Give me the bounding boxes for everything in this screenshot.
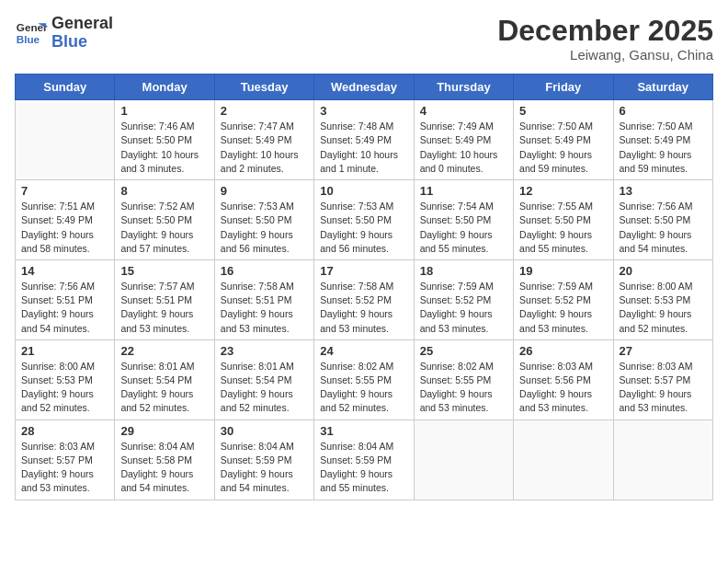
weekday-header-saturday: Saturday	[613, 75, 712, 100]
svg-text:General: General	[17, 21, 48, 33]
day-number: 11	[420, 184, 507, 198]
day-number: 4	[420, 104, 507, 118]
calendar-cell: 15Sunrise: 7:57 AM Sunset: 5:51 PM Dayli…	[115, 259, 214, 339]
day-number: 31	[320, 424, 407, 438]
day-number: 15	[120, 264, 208, 278]
calendar-cell: 10Sunrise: 7:53 AM Sunset: 5:50 PM Dayli…	[314, 180, 414, 260]
calendar-cell: 19Sunrise: 7:59 AM Sunset: 5:52 PM Dayli…	[514, 259, 613, 339]
calendar-cell: 1Sunrise: 7:46 AM Sunset: 5:50 PM Daylig…	[115, 100, 214, 180]
day-number: 5	[519, 104, 607, 118]
logo-text: General Blue	[51, 15, 113, 52]
calendar-cell: 26Sunrise: 8:03 AM Sunset: 5:56 PM Dayli…	[514, 339, 613, 419]
day-info: Sunrise: 7:56 AM Sunset: 5:50 PM Dayligh…	[620, 200, 707, 256]
day-number: 10	[320, 184, 407, 198]
calendar-cell: 17Sunrise: 7:58 AM Sunset: 5:52 PM Dayli…	[314, 259, 414, 339]
calendar-cell: 7Sunrise: 7:51 AM Sunset: 5:49 PM Daylig…	[16, 180, 115, 260]
calendar-cell	[414, 419, 513, 500]
day-number: 30	[221, 424, 308, 438]
day-info: Sunrise: 8:01 AM Sunset: 5:54 PM Dayligh…	[221, 360, 308, 416]
calendar-cell: 12Sunrise: 7:55 AM Sunset: 5:50 PM Dayli…	[514, 180, 613, 260]
calendar-cell	[613, 419, 712, 500]
day-info: Sunrise: 7:53 AM Sunset: 5:50 PM Dayligh…	[221, 200, 308, 256]
day-info: Sunrise: 7:51 AM Sunset: 5:49 PM Dayligh…	[21, 200, 108, 256]
logo-line2: Blue	[51, 33, 113, 52]
calendar-week-row: 28Sunrise: 8:03 AM Sunset: 5:57 PM Dayli…	[16, 419, 713, 500]
calendar-cell: 4Sunrise: 7:49 AM Sunset: 5:49 PM Daylig…	[414, 100, 513, 180]
calendar-cell: 9Sunrise: 7:53 AM Sunset: 5:50 PM Daylig…	[214, 180, 313, 260]
day-info: Sunrise: 7:59 AM Sunset: 5:52 PM Dayligh…	[519, 280, 607, 336]
day-number: 22	[120, 344, 208, 358]
day-number: 14	[21, 264, 108, 278]
calendar-cell: 20Sunrise: 8:00 AM Sunset: 5:53 PM Dayli…	[613, 259, 712, 339]
calendar-cell: 5Sunrise: 7:50 AM Sunset: 5:49 PM Daylig…	[514, 100, 613, 180]
weekday-header-friday: Friday	[514, 75, 613, 100]
calendar-cell: 13Sunrise: 7:56 AM Sunset: 5:50 PM Dayli…	[613, 180, 712, 260]
calendar-week-row: 21Sunrise: 8:00 AM Sunset: 5:53 PM Dayli…	[16, 339, 713, 419]
day-number: 27	[620, 344, 707, 358]
day-info: Sunrise: 8:04 AM Sunset: 5:59 PM Dayligh…	[320, 440, 407, 496]
day-number: 29	[120, 424, 208, 438]
calendar-cell: 3Sunrise: 7:48 AM Sunset: 5:49 PM Daylig…	[314, 100, 414, 180]
weekday-header-monday: Monday	[115, 75, 214, 100]
calendar-cell: 18Sunrise: 7:59 AM Sunset: 5:52 PM Dayli…	[414, 259, 513, 339]
day-number: 16	[221, 264, 308, 278]
day-number: 9	[221, 184, 308, 198]
day-info: Sunrise: 7:59 AM Sunset: 5:52 PM Dayligh…	[420, 280, 507, 336]
logo: General Blue General Blue	[15, 15, 113, 52]
day-info: Sunrise: 7:50 AM Sunset: 5:49 PM Dayligh…	[519, 120, 607, 176]
day-info: Sunrise: 7:53 AM Sunset: 5:50 PM Dayligh…	[320, 200, 407, 256]
logo-icon: General Blue	[15, 17, 48, 50]
day-number: 18	[420, 264, 507, 278]
day-info: Sunrise: 8:02 AM Sunset: 5:55 PM Dayligh…	[420, 360, 507, 416]
day-number: 7	[21, 184, 108, 198]
day-info: Sunrise: 7:55 AM Sunset: 5:50 PM Dayligh…	[519, 200, 607, 256]
calendar-cell: 25Sunrise: 8:02 AM Sunset: 5:55 PM Dayli…	[414, 339, 513, 419]
day-info: Sunrise: 8:00 AM Sunset: 5:53 PM Dayligh…	[21, 360, 108, 416]
calendar-cell: 21Sunrise: 8:00 AM Sunset: 5:53 PM Dayli…	[16, 339, 115, 419]
day-info: Sunrise: 8:02 AM Sunset: 5:55 PM Dayligh…	[320, 360, 407, 416]
day-info: Sunrise: 7:52 AM Sunset: 5:50 PM Dayligh…	[120, 200, 208, 256]
calendar-cell: 6Sunrise: 7:50 AM Sunset: 5:49 PM Daylig…	[613, 100, 712, 180]
calendar-cell: 22Sunrise: 8:01 AM Sunset: 5:54 PM Dayli…	[115, 339, 214, 419]
day-info: Sunrise: 7:54 AM Sunset: 5:50 PM Dayligh…	[420, 200, 507, 256]
calendar-cell: 16Sunrise: 7:58 AM Sunset: 5:51 PM Dayli…	[214, 259, 313, 339]
location: Leiwang, Gansu, China	[497, 47, 713, 63]
calendar-cell: 23Sunrise: 8:01 AM Sunset: 5:54 PM Dayli…	[214, 339, 313, 419]
month-title: December 2025	[497, 15, 713, 47]
day-number: 3	[320, 104, 407, 118]
day-number: 28	[21, 424, 108, 438]
calendar-cell	[514, 419, 613, 500]
day-number: 6	[620, 104, 707, 118]
day-number: 17	[320, 264, 407, 278]
day-info: Sunrise: 7:47 AM Sunset: 5:49 PM Dayligh…	[221, 120, 308, 176]
calendar-cell: 24Sunrise: 8:02 AM Sunset: 5:55 PM Dayli…	[314, 339, 414, 419]
day-info: Sunrise: 7:46 AM Sunset: 5:50 PM Dayligh…	[120, 120, 208, 176]
day-info: Sunrise: 7:56 AM Sunset: 5:51 PM Dayligh…	[21, 280, 108, 336]
weekday-header-thursday: Thursday	[414, 75, 513, 100]
weekday-header-row: SundayMondayTuesdayWednesdayThursdayFrid…	[16, 75, 713, 100]
svg-text:Blue: Blue	[17, 33, 40, 45]
day-number: 12	[519, 184, 607, 198]
day-number: 1	[120, 104, 208, 118]
calendar-cell: 14Sunrise: 7:56 AM Sunset: 5:51 PM Dayli…	[16, 259, 115, 339]
calendar-week-row: 7Sunrise: 7:51 AM Sunset: 5:49 PM Daylig…	[16, 180, 713, 260]
page-header: General Blue General Blue December 2025 …	[15, 15, 713, 63]
calendar-cell: 29Sunrise: 8:04 AM Sunset: 5:58 PM Dayli…	[115, 419, 214, 500]
logo-line1: General	[51, 15, 113, 33]
calendar-cell	[16, 100, 115, 180]
day-number: 2	[221, 104, 308, 118]
day-info: Sunrise: 7:57 AM Sunset: 5:51 PM Dayligh…	[120, 280, 208, 336]
day-info: Sunrise: 8:03 AM Sunset: 5:57 PM Dayligh…	[21, 440, 108, 496]
day-number: 19	[519, 264, 607, 278]
calendar-cell: 31Sunrise: 8:04 AM Sunset: 5:59 PM Dayli…	[314, 419, 414, 500]
title-block: December 2025 Leiwang, Gansu, China	[497, 15, 713, 63]
calendar-week-row: 14Sunrise: 7:56 AM Sunset: 5:51 PM Dayli…	[16, 259, 713, 339]
calendar-cell: 8Sunrise: 7:52 AM Sunset: 5:50 PM Daylig…	[115, 180, 214, 260]
weekday-header-wednesday: Wednesday	[314, 75, 414, 100]
day-number: 8	[120, 184, 208, 198]
day-number: 26	[519, 344, 607, 358]
day-info: Sunrise: 7:50 AM Sunset: 5:49 PM Dayligh…	[620, 120, 707, 176]
day-number: 24	[320, 344, 407, 358]
day-number: 13	[620, 184, 707, 198]
day-info: Sunrise: 7:58 AM Sunset: 5:51 PM Dayligh…	[221, 280, 308, 336]
